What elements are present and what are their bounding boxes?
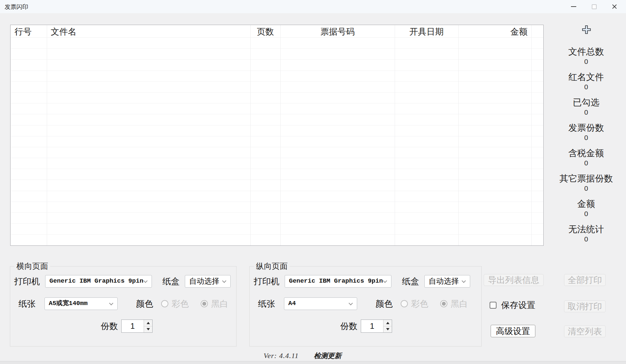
minimize-button[interactable] xyxy=(563,0,584,13)
stat-label: 红名文件 xyxy=(546,72,626,82)
paper-select[interactable]: A4 xyxy=(284,297,357,310)
checkbox-unchecked-icon[interactable] xyxy=(490,302,497,309)
tray-value: 自动选择 xyxy=(429,275,459,287)
stat-value: 0 xyxy=(546,235,626,243)
table-row xyxy=(11,114,543,125)
copies-value: 1 xyxy=(122,320,144,332)
column-header-3[interactable]: 票据号码 xyxy=(280,25,395,38)
stat-item: 已勾选0 xyxy=(546,98,626,123)
stat-value: 0 xyxy=(546,58,626,66)
color-label: 颜色 xyxy=(376,297,393,310)
copies-stepper[interactable]: 1 xyxy=(121,320,153,333)
chevron-down-icon xyxy=(383,279,387,283)
stats-panel: 文件总数0红名文件0已勾选0发票份数0含税金额0其它票据份数0金额0无法统计0 xyxy=(546,47,626,250)
tray-label: 纸盒 xyxy=(402,275,419,288)
maximize-button[interactable] xyxy=(584,0,604,13)
check-update-link[interactable]: 检测更新 xyxy=(314,351,342,360)
table-row xyxy=(11,103,543,114)
window-controls xyxy=(563,0,625,13)
column-header-2[interactable]: 页数 xyxy=(250,25,280,38)
table-row xyxy=(11,126,543,136)
stat-label: 发票份数 xyxy=(546,123,626,133)
color-radio-group: 彩色 黑白 xyxy=(401,297,468,310)
add-files-button[interactable] xyxy=(579,22,594,37)
stat-label: 含税金额 xyxy=(546,148,626,158)
stat-item: 含税金额0 xyxy=(546,148,626,174)
tray-select[interactable]: 自动选择 xyxy=(185,275,231,288)
radio-selected-icon xyxy=(201,300,208,307)
table-header: 行号文件名页数票据号码开具日期金额 xyxy=(11,25,543,38)
column-header-0[interactable]: 行号 xyxy=(11,25,47,38)
chevron-down-icon xyxy=(462,279,466,283)
spinner-down-button[interactable] xyxy=(384,326,392,333)
arrow-down-icon xyxy=(147,328,150,330)
table-row xyxy=(11,213,543,224)
tray-value: 自动选择 xyxy=(189,275,219,287)
stat-value: 0 xyxy=(546,159,626,167)
tray-select[interactable]: 自动选择 xyxy=(424,275,470,288)
group-title: 纵向页面 xyxy=(254,262,290,271)
table-row xyxy=(11,191,543,202)
table-row xyxy=(11,158,543,169)
color-option-bw[interactable]: 黑白 xyxy=(201,298,228,310)
spinner-up-button[interactable] xyxy=(144,320,152,326)
chevron-down-icon xyxy=(222,279,226,283)
spinner-down-button[interactable] xyxy=(144,326,152,333)
save-settings-checkbox-row[interactable]: 保存设置 xyxy=(490,298,535,312)
radio-unselected-icon xyxy=(161,300,168,307)
color-radio-group: 彩色 黑白 xyxy=(161,297,228,310)
bottom-strip xyxy=(0,361,626,364)
copies-value: 1 xyxy=(361,320,383,332)
clear-list-button[interactable]: 清空列表 xyxy=(564,325,606,337)
color-option-color[interactable]: 彩色 xyxy=(401,298,428,310)
paper-label: 纸张 xyxy=(258,297,275,310)
landscape-settings-group: 横向页面 打印机 Generic IBM Graphics 9pin 纸盒 自动… xyxy=(10,266,237,347)
column-header-5[interactable]: 金额 xyxy=(458,25,531,38)
advanced-settings-button[interactable]: 高级设置 xyxy=(491,325,535,337)
arrow-down-icon xyxy=(386,328,389,330)
column-header-4[interactable]: 开具日期 xyxy=(395,25,458,38)
window-title: 发票闪印 xyxy=(5,3,28,11)
minimize-icon xyxy=(571,6,576,7)
stat-label: 金额 xyxy=(546,199,626,209)
table-row xyxy=(11,224,543,235)
printer-label: 打印机 xyxy=(14,275,40,288)
chevron-down-icon xyxy=(109,301,113,305)
table-row xyxy=(11,82,543,93)
table-row xyxy=(11,49,543,60)
table-row xyxy=(11,136,543,147)
export-list-button[interactable]: 导出列表信息 xyxy=(484,274,544,286)
titlebar: 发票闪印 xyxy=(0,0,626,13)
stat-label: 已勾选 xyxy=(546,98,626,107)
printer-select[interactable]: Generic IBM Graphics 9pin xyxy=(45,275,152,288)
printer-select[interactable]: Generic IBM Graphics 9pin xyxy=(285,275,391,288)
color-option-bw[interactable]: 黑白 xyxy=(440,298,468,310)
plus-icon xyxy=(582,25,591,35)
paper-value: A5或宽140mm xyxy=(49,298,88,309)
column-header-1[interactable]: 文件名 xyxy=(47,25,250,38)
stat-label: 文件总数 xyxy=(546,47,626,57)
tray-label: 纸盒 xyxy=(162,275,180,288)
column-header-spacer[interactable] xyxy=(531,25,544,38)
table-row xyxy=(11,71,543,82)
table-row xyxy=(11,147,543,158)
print-all-button[interactable]: 全部打印 xyxy=(564,274,606,286)
table-row xyxy=(11,202,543,213)
table-row xyxy=(11,60,543,70)
stat-label: 其它票据份数 xyxy=(546,174,626,183)
table-row xyxy=(11,169,543,180)
stat-item: 其它票据份数0 xyxy=(546,174,626,199)
spinner-up-button[interactable] xyxy=(384,320,392,326)
group-title: 横向页面 xyxy=(14,262,50,271)
stat-label: 无法统计 xyxy=(546,224,626,234)
arrow-up-icon xyxy=(147,322,150,324)
table-row xyxy=(11,180,543,191)
printer-label: 打印机 xyxy=(254,275,279,288)
version-text: Ver: 4.4.11 xyxy=(264,351,299,360)
file-table[interactable]: 行号文件名页数票据号码开具日期金额 xyxy=(10,25,544,246)
color-option-color[interactable]: 彩色 xyxy=(161,298,189,310)
paper-select[interactable]: A5或宽140mm xyxy=(44,297,118,310)
copies-stepper[interactable]: 1 xyxy=(361,320,392,333)
cancel-print-button[interactable]: 取消打印 xyxy=(564,300,606,312)
close-button[interactable] xyxy=(604,0,625,13)
